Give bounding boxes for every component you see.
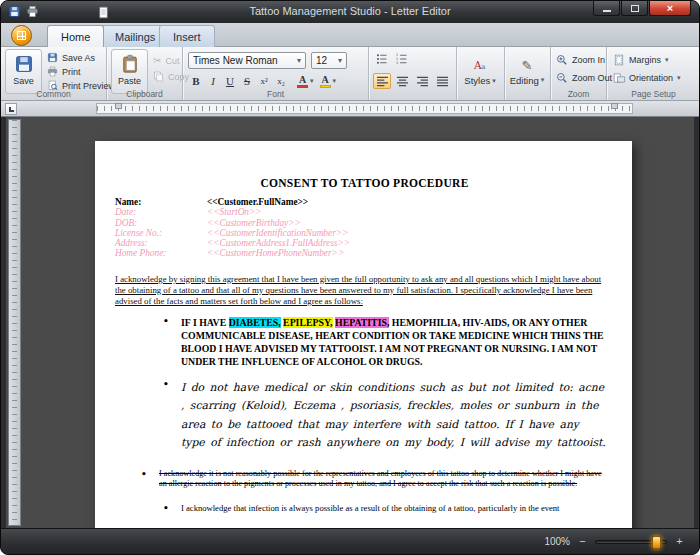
highlight-color-swatch: [320, 85, 331, 88]
paste-button[interactable]: Paste: [111, 49, 148, 94]
styles-button[interactable]: Styles ▾: [460, 53, 500, 91]
horizontal-ruler[interactable]: [1, 101, 699, 117]
chevron-down-icon: ▾: [333, 77, 337, 85]
highlight-color-button[interactable]: A ▾: [319, 75, 337, 88]
bullet-icon: •: [163, 379, 181, 453]
numbered-list-button[interactable]: [393, 51, 411, 67]
paste-icon: [120, 54, 140, 74]
field-label: DOB:: [115, 218, 207, 228]
zoom-control: 100% − +: [544, 535, 685, 548]
zoom-percent[interactable]: 100%: [544, 536, 570, 547]
justify-button[interactable]: [433, 73, 451, 89]
zoom-out-icon: [556, 72, 568, 84]
document-page[interactable]: CONSENT TO TATTOO PROCEDURE Name: <<Cust…: [95, 141, 632, 528]
chevron-down-icon: ▾: [310, 77, 314, 85]
merge-fields-block: Name: <<Customer.FullName>> Date: <<Star…: [115, 197, 614, 259]
font-family-select[interactable]: Times New Roman ▾: [188, 52, 306, 69]
save-as-icon: [47, 52, 58, 63]
tab-stop-selector[interactable]: [5, 103, 17, 115]
bold-button[interactable]: B: [188, 73, 204, 89]
status-bar: 100% − +: [1, 528, 699, 554]
cut-icon: ✂: [153, 55, 161, 66]
ribbon-group-clipboard: Paste ✂ Cut Copy Clipboard: [107, 47, 183, 100]
skin-conditions-paragraph: I do not have medical or skin conditions…: [181, 379, 606, 453]
save-button[interactable]: Save: [5, 49, 42, 94]
intro-paragraph: I acknowledge by signing this agreement …: [115, 274, 614, 307]
zoom-in-icon[interactable]: +: [674, 535, 685, 548]
group-label-page-setup: Page Setup: [607, 89, 700, 99]
zoom-slider-thumb[interactable]: [652, 536, 661, 549]
field-value: <<CustomerAddress1.FullAddress>>: [207, 238, 614, 248]
close-icon: ×: [667, 3, 673, 14]
zoom-out-button[interactable]: Zoom Out: [556, 71, 612, 84]
chevron-down-icon: ▾: [677, 74, 681, 82]
chevron-down-icon: ▾: [293, 56, 301, 65]
document-title: CONSENT TO TATTOO PROCEDURE: [115, 177, 614, 189]
field-value: <<Customer.FullName>>: [207, 197, 614, 207]
bullet-list-icon: [376, 53, 388, 65]
close-button[interactable]: ×: [649, 1, 691, 16]
highlight-diabetes: DIABETES,: [229, 317, 281, 328]
chevron-down-icon: ▾: [334, 56, 342, 65]
list-item: • I acknowledge it is not reasonably pos…: [141, 469, 606, 490]
underline-button[interactable]: U: [222, 73, 238, 89]
app-menu-icon: [17, 31, 26, 40]
cut-button[interactable]: ✂ Cut: [153, 54, 179, 67]
subscript-button[interactable]: x₂: [273, 73, 289, 89]
titlebar[interactable]: Tattoo Management Studio - Letter Editor…: [1, 1, 699, 23]
field-value: <<StartOn>>: [207, 207, 614, 217]
document-area: CONSENT TO TATTOO PROCEDURE Name: <<Cust…: [6, 117, 694, 528]
field-label: Address:: [115, 238, 207, 248]
infection-paragraph: I acknowledge that infection is always p…: [181, 503, 606, 514]
editing-button[interactable]: ✎ Editing ▾: [508, 53, 546, 91]
superscript-button[interactable]: x²: [256, 73, 272, 89]
left-indent-marker[interactable]: [115, 103, 122, 109]
strikethrough-button[interactable]: S: [239, 73, 255, 89]
font-size-select[interactable]: 12 ▾: [311, 52, 347, 69]
zoom-in-icon: [556, 54, 568, 66]
ruler-band[interactable]: [96, 103, 633, 114]
align-left-button[interactable]: [373, 73, 391, 89]
ribbon-group-zoom: Zoom In Zoom Out Zoom: [551, 47, 607, 100]
medical-conditions-paragraph: IF I HAVE DIABETES, EPILEPSY, HEPATITIS,…: [181, 316, 606, 368]
save-icon: [14, 54, 34, 74]
maximize-button[interactable]: [621, 1, 648, 16]
tab-home[interactable]: Home: [47, 25, 104, 47]
field-value: <<CustomerHomePhoneNumber>>: [207, 248, 614, 258]
ribbon-group-page-setup: Margins ▾ Orientation ▾ Page Setup: [607, 47, 700, 100]
right-indent-marker[interactable]: [611, 103, 618, 109]
align-center-icon: [396, 76, 409, 87]
zoom-out-icon[interactable]: −: [577, 535, 588, 548]
align-left-icon: [376, 76, 389, 87]
application-menu-button[interactable]: [11, 25, 32, 46]
group-label-font: Font: [183, 89, 368, 99]
align-right-icon: [416, 76, 429, 87]
list-item: • I do not have medical or skin conditio…: [163, 379, 606, 453]
field-value: <<CustomerIdentificationNumber>>: [207, 228, 614, 238]
field-label: Date:: [115, 207, 207, 217]
orientation-icon: [613, 72, 625, 84]
orientation-button[interactable]: Orientation ▾: [613, 71, 681, 84]
copy-icon: [153, 71, 164, 82]
styles-icon: [473, 58, 487, 72]
italic-button[interactable]: I: [205, 73, 221, 89]
bullet-list-button[interactable]: [373, 51, 391, 67]
tab-insert[interactable]: Insert: [159, 25, 215, 47]
font-color-button[interactable]: A ▾: [296, 75, 314, 88]
font-color-swatch: [297, 85, 308, 88]
zoom-slider[interactable]: [595, 540, 667, 544]
margins-button[interactable]: Margins ▾: [613, 53, 669, 66]
ribbon-tab-row: Home Mailings Insert: [1, 23, 699, 47]
zoom-in-button[interactable]: Zoom In: [556, 53, 605, 66]
group-label-clipboard: Clipboard: [107, 89, 182, 99]
tab-stop-icon: [9, 107, 14, 112]
field-label: License No.:: [115, 228, 207, 238]
field-value: <<CustomerBirthday>>: [207, 218, 614, 228]
chevron-down-icon: ▾: [492, 77, 496, 85]
minimize-button[interactable]: [593, 1, 620, 16]
save-as-button[interactable]: Save As: [47, 51, 95, 64]
align-center-button[interactable]: [393, 73, 411, 89]
print-button[interactable]: Print: [47, 65, 81, 78]
vertical-ruler[interactable]: [8, 119, 21, 526]
align-right-button[interactable]: [413, 73, 431, 89]
